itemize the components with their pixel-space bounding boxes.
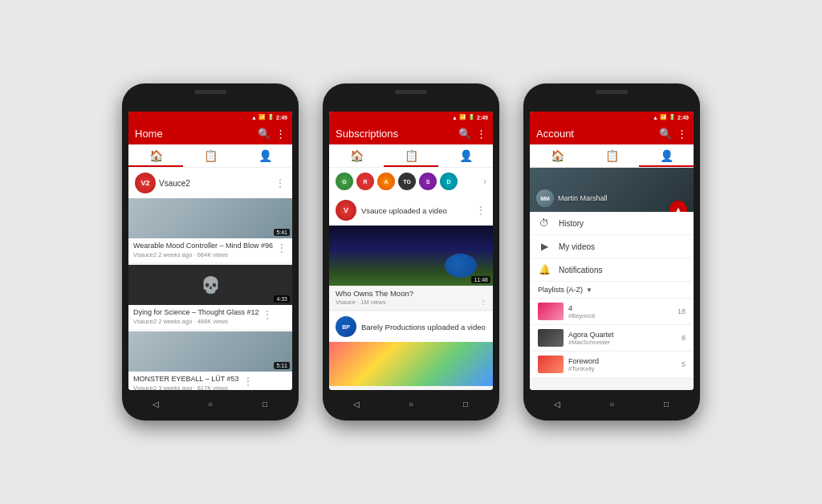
nav-tab-icon-0: 🏠	[350, 149, 364, 162]
more-options-icon[interactable]: ⋮	[475, 204, 486, 217]
sub-channel-avatar[interactable]: TG	[398, 173, 416, 190]
video-title-text: Dying for Science – Thought Glass #12	[133, 308, 258, 318]
video-duration: 5:41	[274, 229, 290, 236]
video-duration: 5:11	[274, 362, 290, 369]
nav-tab-0[interactable]: 🏠	[530, 144, 584, 167]
history-label: History	[559, 219, 584, 228]
status-bar: ▲ 📶 🔋 2:49	[329, 112, 493, 123]
phone-home: ▲ 📶 🔋 2:49 Home 🔍 ⋮ 🏠📋👤V2Vsauce2⋮5:41Wea…	[122, 83, 299, 421]
playlist-item[interactable]: Agora Quartet#MaxSchneider8	[530, 325, 694, 352]
phones-container: ▲ 📶 🔋 2:49 Home 🔍 ⋮ 🏠📋👤V2Vsauce2⋮5:41Wea…	[106, 67, 716, 437]
status-bar: ▲ 📶 🔋 2:49	[530, 112, 694, 123]
recent-button[interactable]: □	[258, 396, 272, 411]
sub-channel-avatar[interactable]: G	[336, 173, 353, 190]
nav-tab-1[interactable]: 📋	[384, 144, 438, 167]
playlists-dropdown-icon[interactable]: ▼	[586, 287, 592, 294]
signal-icon: ▲	[251, 115, 257, 120]
nav-tab-1[interactable]: 📋	[183, 144, 238, 167]
nav-tab-1[interactable]: 📋	[584, 144, 639, 167]
menu-item-my-videos[interactable]: ▶My videos	[530, 235, 694, 258]
nav-tab-2[interactable]: 👤	[238, 144, 292, 167]
video-item[interactable]: 5:41Wearable Mood Controller – Mind Blow…	[128, 198, 292, 262]
playlist-subtitle: #ToriKelly	[568, 365, 677, 372]
arrow-icon[interactable]: ›	[483, 176, 486, 187]
playlist-count: 5	[682, 360, 686, 368]
skull-graphic: 💀	[201, 275, 221, 295]
sub-channel-avatar[interactable]: D	[440, 173, 458, 190]
home-button[interactable]: ○	[203, 396, 218, 411]
more-icon[interactable]: ⋮	[275, 128, 286, 140]
playlist-info: Agora Quartet#MaxSchneider	[568, 331, 677, 346]
video-title: Wearable Mood Controller – Mind Blow #96…	[133, 242, 273, 259]
nav-tab-2[interactable]: 👤	[438, 144, 493, 167]
app-bar: Account 🔍 ⋮	[530, 123, 694, 144]
more-options-icon[interactable]: ⋮	[242, 375, 254, 390]
home-button[interactable]: ○	[404, 396, 418, 411]
history-icon: ⏱	[538, 217, 551, 229]
phone-screen-account: ▲ 📶 🔋 2:49 Account 🔍 ⋮ 🏠📋👤MMMartin Marsh…	[530, 112, 694, 390]
sub-channels-row: GRATGSD›	[329, 168, 493, 195]
playlists-header[interactable]: Playlists (A-Z) ▼	[530, 282, 694, 299]
nav-tab-0[interactable]: 🏠	[128, 144, 183, 167]
playlist-item[interactable]: 4#Beyoncé18	[530, 299, 694, 325]
menu-item-notifications[interactable]: 🔔Notifications	[530, 258, 694, 282]
back-button[interactable]: ◁	[550, 396, 564, 411]
video-thumbnail: 5:41	[128, 198, 292, 238]
back-button[interactable]: ◁	[149, 396, 163, 411]
upload-fab[interactable]: ▲	[669, 201, 687, 212]
nav-tab-icon-1: 📋	[204, 149, 218, 162]
playlist-name: Agora Quartet	[568, 331, 677, 339]
bottom-nav: 🏠📋👤	[128, 144, 292, 168]
search-icon[interactable]: 🔍	[258, 128, 271, 140]
phone-subscriptions: ▲ 📶 🔋 2:49 Subscriptions 🔍 ⋮ 🏠📋👤GRATGSD›…	[323, 83, 499, 421]
status-icons: ▲ 📶 🔋 2:49	[251, 114, 287, 120]
more-options-icon[interactable]: ⋮	[276, 242, 287, 259]
video-item[interactable]: 5:11MONSTER EYEBALL – LÜT #53Vsauce2 3 w…	[128, 331, 292, 390]
notifications-label: Notifications	[559, 266, 602, 274]
video-item[interactable]: 💀4:33Dying for Science – Thought Glass #…	[128, 265, 292, 329]
video-meta: Vsauce2 3 weeks ago · 817K views	[133, 384, 239, 390]
more-icon[interactable]: ⋮	[476, 128, 486, 140]
menu-item-history[interactable]: ⏱History	[530, 212, 694, 235]
home-button[interactable]: ○	[604, 396, 619, 411]
nav-tab-icon-2: 👤	[258, 149, 272, 162]
channel-row[interactable]: V2Vsauce2⋮	[128, 168, 292, 198]
phone-screen-home: ▲ 📶 🔋 2:49 Home 🔍 ⋮ 🏠📋👤V2Vsauce2⋮5:41Wea…	[128, 112, 292, 390]
channel-name: Vsauce2	[159, 179, 271, 188]
sub-channel-avatar[interactable]: S	[419, 173, 437, 190]
user-avatar: MM	[536, 189, 554, 207]
video-thumbnail: 11:48	[329, 226, 493, 286]
playlist-subtitle: #MaxSchneider	[568, 339, 677, 346]
sub-channel-avatar[interactable]: R	[356, 173, 374, 190]
playlist-thumbnail	[538, 303, 564, 320]
upload-text: Vsauce uploaded a video	[361, 206, 470, 215]
more-options-icon[interactable]: ⋮	[275, 177, 286, 189]
more-options-icon[interactable]: ⋮	[480, 299, 486, 306]
signal-icon: ▲	[452, 115, 458, 120]
playlist-info: 4#Beyoncé	[568, 304, 673, 319]
sub-channel-avatar[interactable]: A	[377, 173, 395, 190]
nav-tab-2[interactable]: 👤	[639, 144, 694, 167]
video-meta: Vsauce · 1M views⋮	[329, 299, 493, 309]
nav-tab-icon-0: 🏠	[551, 149, 564, 162]
nav-tab-0[interactable]: 🏠	[329, 144, 384, 167]
status-icons: ▲ 📶 🔋 2:49	[653, 114, 689, 120]
playlist-item[interactable]: Foreword#ToriKelly5	[530, 352, 694, 378]
video-meta: Vsauce2 2 weeks ago · 488K views	[133, 318, 258, 327]
playlist-thumbnail	[538, 329, 564, 347]
account-user-row: MMMartin Marshall	[536, 189, 608, 207]
phone-bottom-nav: ◁○□	[128, 390, 292, 414]
back-button[interactable]: ◁	[349, 396, 364, 411]
playlist-subtitle: #Beyoncé	[568, 312, 673, 319]
battery-icon: 🔋	[468, 114, 475, 120]
recent-button[interactable]: □	[458, 396, 473, 411]
phone-speaker	[194, 90, 226, 94]
recent-button[interactable]: □	[659, 396, 673, 411]
phone-speaker	[596, 90, 628, 94]
search-icon[interactable]: 🔍	[458, 128, 471, 140]
time-display: 2:49	[477, 115, 488, 120]
more-icon[interactable]: ⋮	[677, 128, 687, 140]
status-bar: ▲ 📶 🔋 2:49	[128, 112, 292, 123]
more-options-icon[interactable]: ⋮	[262, 308, 273, 326]
search-icon[interactable]: 🔍	[659, 128, 672, 140]
